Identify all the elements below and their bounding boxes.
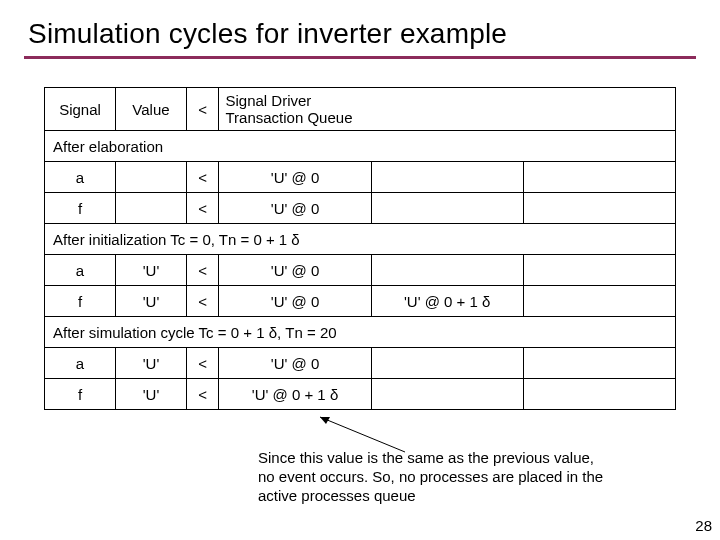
cell-signal: f xyxy=(45,379,116,410)
cell-q3 xyxy=(523,193,675,224)
page-number: 28 xyxy=(695,517,712,534)
queue-spacer xyxy=(371,88,523,131)
cell-value xyxy=(116,162,187,193)
cell-value: 'U' xyxy=(116,379,187,410)
queue-spacer xyxy=(523,88,675,131)
cell-arrow: < xyxy=(187,286,219,317)
cell-signal: a xyxy=(45,162,116,193)
cell-q2 xyxy=(371,162,523,193)
data-row: f 'U' < 'U' @ 0 'U' @ 0 + 1 δ xyxy=(45,286,676,317)
col-queue: Signal Driver Transaction Queue xyxy=(219,88,371,131)
title-rule xyxy=(24,56,696,59)
cell-q2: 'U' @ 0 + 1 δ xyxy=(371,286,523,317)
section-label: After elaboration xyxy=(45,131,676,162)
cell-q2 xyxy=(371,379,523,410)
section-label-text: After elaboration xyxy=(45,131,676,162)
cell-signal: a xyxy=(45,348,116,379)
cell-arrow: < xyxy=(187,193,219,224)
cell-q3 xyxy=(523,255,675,286)
cell-q1: 'U' @ 0 xyxy=(219,348,371,379)
cell-signal: a xyxy=(45,255,116,286)
data-row: f 'U' < 'U' @ 0 + 1 δ xyxy=(45,379,676,410)
cell-value xyxy=(116,193,187,224)
cell-q3 xyxy=(523,379,675,410)
cell-q1: 'U' @ 0 xyxy=(219,193,371,224)
section-label: After simulation cycle Tc = 0 + 1 δ, Tn … xyxy=(45,317,676,348)
cell-q3 xyxy=(523,162,675,193)
cell-arrow: < xyxy=(187,348,219,379)
cell-q3 xyxy=(523,286,675,317)
cell-signal: f xyxy=(45,193,116,224)
table-header-row: Signal Value < Signal Driver Transaction… xyxy=(45,88,676,131)
cell-arrow: < xyxy=(187,255,219,286)
cell-value: 'U' xyxy=(116,348,187,379)
cell-q1: 'U' @ 0 xyxy=(219,162,371,193)
cell-q1: 'U' @ 0 xyxy=(219,255,371,286)
cell-q1: 'U' @ 0 + 1 δ xyxy=(219,379,371,410)
section-label: After initialization Tc = 0, Tn = 0 + 1 … xyxy=(45,224,676,255)
simulation-table: Signal Value < Signal Driver Transaction… xyxy=(44,87,676,410)
svg-line-0 xyxy=(320,417,405,452)
cell-arrow: < xyxy=(187,379,219,410)
section-label-text: After simulation cycle Tc = 0 + 1 δ, Tn … xyxy=(45,317,676,348)
svg-marker-1 xyxy=(320,417,330,424)
cell-arrow: < xyxy=(187,162,219,193)
slide-title: Simulation cycles for inverter example xyxy=(0,0,720,56)
data-row: a 'U' < 'U' @ 0 xyxy=(45,348,676,379)
annotation-caption: Since this value is the same as the prev… xyxy=(258,449,608,505)
col-value: Value xyxy=(116,88,187,131)
col-signal: Signal xyxy=(45,88,116,131)
cell-signal: f xyxy=(45,286,116,317)
cell-value: 'U' xyxy=(116,286,187,317)
cell-q1: 'U' @ 0 xyxy=(219,286,371,317)
data-row: f < 'U' @ 0 xyxy=(45,193,676,224)
section-label-text: After initialization Tc = 0, Tn = 0 + 1 … xyxy=(45,224,676,255)
data-row: a < 'U' @ 0 xyxy=(45,162,676,193)
col-arrow: < xyxy=(187,88,219,131)
cell-q2 xyxy=(371,255,523,286)
data-row: a 'U' < 'U' @ 0 xyxy=(45,255,676,286)
cell-q3 xyxy=(523,348,675,379)
cell-q2 xyxy=(371,193,523,224)
cell-q2 xyxy=(371,348,523,379)
cell-value: 'U' xyxy=(116,255,187,286)
